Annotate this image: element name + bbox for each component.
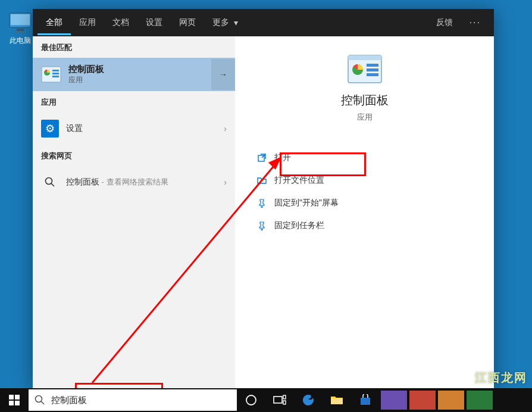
svg-rect-20 bbox=[9, 395, 14, 399]
this-pc-icon bbox=[8, 12, 32, 33]
svg-rect-28 bbox=[283, 395, 286, 399]
search-results-panel: 全部 应用 文档 设置 网页 更多 ▾ 反馈 ··· 最佳匹配 控制面板 应用 bbox=[33, 9, 494, 390]
taskbar-app-3[interactable] bbox=[438, 391, 464, 410]
open-icon bbox=[256, 153, 267, 163]
result-settings-app[interactable]: ⚙ 设置 › bbox=[33, 113, 235, 145]
settings-label: 设置 bbox=[66, 123, 217, 134]
preview-actions: 打开 打开文件位置 固定到"开始"屏幕 固定到任务栏 bbox=[235, 146, 494, 237]
taskbar bbox=[0, 388, 532, 412]
tab-settings[interactable]: 设置 bbox=[137, 10, 171, 35]
svg-rect-12 bbox=[348, 55, 381, 60]
svg-rect-15 bbox=[367, 68, 378, 71]
chevron-down-icon: ▾ bbox=[231, 18, 238, 27]
chevron-right-icon: › bbox=[224, 124, 227, 133]
svg-rect-27 bbox=[274, 397, 282, 403]
search-input[interactable] bbox=[51, 395, 231, 405]
store-button[interactable] bbox=[351, 388, 380, 412]
preview-subtitle: 应用 bbox=[235, 112, 494, 123]
svg-rect-2 bbox=[17, 29, 24, 31]
svg-rect-22 bbox=[9, 401, 14, 405]
file-explorer-button[interactable] bbox=[323, 388, 351, 412]
expand-arrow-button[interactable]: → bbox=[211, 59, 235, 90]
svg-point-9 bbox=[46, 178, 52, 185]
arrow-right-icon: → bbox=[219, 70, 227, 79]
svg-line-10 bbox=[51, 183, 54, 186]
windows-logo-icon bbox=[9, 395, 20, 405]
search-icon bbox=[41, 173, 59, 191]
web-result-text: 控制面板 - 查看网络搜索结果 bbox=[66, 177, 217, 188]
pin-icon bbox=[256, 221, 267, 230]
action-open-label: 打开 bbox=[274, 152, 291, 163]
svg-point-26 bbox=[246, 395, 256, 405]
tab-web[interactable]: 网页 bbox=[171, 10, 204, 35]
cortana-button[interactable] bbox=[237, 388, 265, 412]
results-list: 最佳匹配 控制面板 应用 → 应用 ⚙ 设置 › bbox=[33, 36, 235, 390]
svg-rect-6 bbox=[52, 70, 59, 71]
task-view-button[interactable] bbox=[265, 388, 294, 412]
group-web: 搜索网页 bbox=[33, 145, 235, 166]
svg-rect-23 bbox=[15, 401, 20, 405]
svg-rect-29 bbox=[283, 401, 286, 404]
svg-rect-14 bbox=[367, 64, 378, 67]
action-open-location-label: 打开文件位置 bbox=[274, 175, 324, 186]
group-best-match: 最佳匹配 bbox=[33, 36, 235, 58]
result-web-search[interactable]: 控制面板 - 查看网络搜索结果 › bbox=[33, 166, 235, 198]
svg-rect-30 bbox=[331, 398, 343, 404]
gear-icon: ⚙ bbox=[41, 120, 59, 138]
control-panel-large-icon bbox=[347, 54, 383, 84]
start-button[interactable] bbox=[0, 388, 29, 412]
result-control-panel[interactable]: 控制面板 应用 → bbox=[33, 58, 235, 91]
svg-rect-21 bbox=[15, 395, 20, 399]
control-panel-icon bbox=[41, 66, 61, 83]
result-title: 控制面板 bbox=[68, 64, 204, 75]
taskbar-app-4[interactable] bbox=[467, 391, 493, 410]
svg-rect-16 bbox=[367, 73, 378, 76]
svg-rect-7 bbox=[52, 73, 59, 74]
svg-rect-8 bbox=[52, 76, 59, 77]
action-pin-start-label: 固定到"开始"屏幕 bbox=[274, 198, 339, 208]
svg-line-25 bbox=[41, 401, 44, 404]
action-pin-taskbar-label: 固定到任务栏 bbox=[274, 220, 324, 231]
search-tabs: 全部 应用 文档 设置 网页 更多 ▾ 反馈 ··· bbox=[33, 9, 494, 36]
svg-rect-3 bbox=[14, 31, 26, 33]
watermark: 江西龙网 bbox=[475, 370, 527, 386]
more-options-button[interactable]: ··· bbox=[461, 10, 489, 35]
chevron-right-icon: › bbox=[224, 177, 227, 187]
tab-more-label: 更多 bbox=[212, 17, 229, 28]
action-pin-to-start[interactable]: 固定到"开始"屏幕 bbox=[253, 192, 494, 214]
svg-point-24 bbox=[36, 396, 42, 402]
taskbar-search-box[interactable] bbox=[29, 389, 237, 411]
search-icon bbox=[35, 395, 45, 405]
folder-icon bbox=[256, 176, 267, 185]
tab-apps[interactable]: 应用 bbox=[71, 10, 104, 35]
edge-browser-button[interactable] bbox=[294, 388, 323, 412]
tab-documents[interactable]: 文档 bbox=[104, 10, 137, 35]
taskbar-app-2[interactable] bbox=[409, 391, 436, 410]
action-open[interactable]: 打开 bbox=[253, 146, 494, 169]
pin-icon bbox=[256, 198, 267, 208]
result-preview-pane: 控制面板 应用 打开 打开文件位置 固定到"开始"屏幕 固定到 bbox=[235, 36, 494, 390]
tab-all[interactable]: 全部 bbox=[37, 10, 71, 35]
preview-title: 控制面板 bbox=[235, 92, 494, 108]
action-pin-to-taskbar[interactable]: 固定到任务栏 bbox=[253, 214, 494, 237]
result-subtitle: 应用 bbox=[68, 75, 204, 85]
group-apps: 应用 bbox=[33, 91, 235, 113]
tab-more[interactable]: 更多 ▾ bbox=[204, 10, 246, 35]
desktop-this-pc-label: 此电脑 bbox=[6, 36, 35, 46]
taskbar-app-1[interactable] bbox=[381, 391, 407, 410]
svg-rect-31 bbox=[361, 398, 370, 405]
svg-rect-1 bbox=[11, 14, 30, 25]
action-open-file-location[interactable]: 打开文件位置 bbox=[253, 169, 494, 192]
feedback-link[interactable]: 反馈 bbox=[428, 10, 461, 35]
desktop-this-pc[interactable]: 此电脑 bbox=[6, 12, 35, 46]
